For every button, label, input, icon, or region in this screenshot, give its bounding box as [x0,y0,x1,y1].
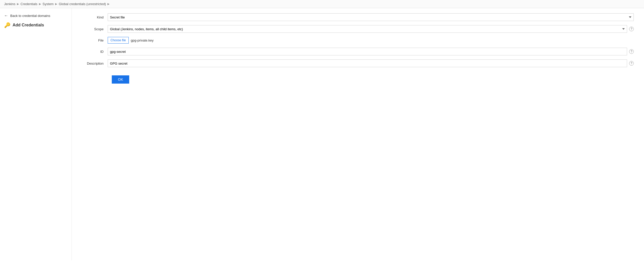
sidebar: ← Back to credential domains 🔑 Add Crede… [0,8,72,260]
id-input[interactable] [108,48,627,55]
key-icon: 🔑 [4,22,11,28]
kind-row: Kind Secret file Secret text Username wi… [82,13,634,21]
scope-control-wrapper: Global (Jenkins, nodes, items, all child… [108,25,634,33]
back-to-domains-link[interactable]: ← Back to credential domains [4,13,67,18]
description-control-wrapper: ? [108,59,634,67]
description-label: Description [82,62,108,65]
back-arrow-icon: ← [4,13,8,18]
file-label: File [82,38,108,42]
breadcrumb-arrow-2: ▶ [39,2,41,6]
breadcrumb-link-credentials[interactable]: Credentials [21,2,37,6]
ok-button[interactable]: OK [112,75,129,84]
breadcrumb-link-global[interactable]: Global credentials (unrestricted) [59,2,106,6]
scope-select[interactable]: Global (Jenkins, nodes, items, all child… [108,25,627,33]
breadcrumb-arrow-3: ▶ [55,2,57,6]
breadcrumb-link-system[interactable]: System [43,2,54,6]
breadcrumb-link-jenkins[interactable]: Jenkins [4,2,15,6]
breadcrumb: Jenkins ▶ Credentials ▶ System ▶ Global … [0,0,644,8]
main-content: Kind Secret file Secret text Username wi… [72,8,644,260]
id-help-icon[interactable]: ? [629,49,634,54]
kind-label: Kind [82,15,108,19]
breadcrumb-item-credentials[interactable]: Credentials [21,2,37,6]
kind-select[interactable]: Secret file Secret text Username with pa… [108,13,634,21]
scope-row: Scope Global (Jenkins, nodes, items, all… [82,25,634,33]
add-credentials-title: Add Credentials [13,23,44,27]
id-row: ID ? [82,48,634,55]
breadcrumb-arrow-1: ▶ [17,2,19,6]
file-name-text: gpg-private.key [131,38,154,42]
form-actions: OK [82,71,634,84]
page-title: 🔑 Add Credentials [4,22,67,28]
description-input[interactable] [108,59,627,67]
description-row: Description ? [82,59,634,67]
description-help-icon[interactable]: ? [629,61,634,66]
breadcrumb-arrow-4: ▶ [107,2,109,6]
breadcrumb-item-global[interactable]: Global credentials (unrestricted) [59,2,106,6]
back-link-label: Back to credential domains [10,14,50,18]
scope-select-wrapper: Global (Jenkins, nodes, items, all child… [108,25,627,33]
id-label: ID [82,50,108,54]
breadcrumb-item-system[interactable]: System [43,2,54,6]
kind-select-wrapper: Secret file Secret text Username with pa… [108,13,634,21]
scope-label: Scope [82,27,108,31]
id-control-wrapper: ? [108,48,634,55]
scope-help-icon[interactable]: ? [629,27,634,31]
choose-file-button[interactable]: Choose file [108,37,129,44]
file-control-wrapper: Choose file gpg-private.key [108,37,634,44]
kind-control-wrapper: Secret file Secret text Username with pa… [108,13,634,21]
breadcrumb-item-jenkins[interactable]: Jenkins [4,2,15,6]
file-row: File Choose file gpg-private.key [82,37,634,44]
